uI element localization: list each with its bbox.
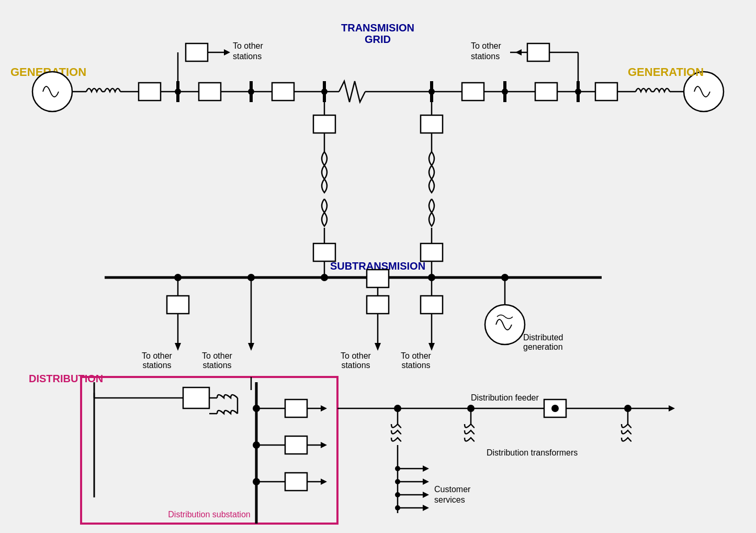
transmission-grid-label: TRANSMISION [341,22,414,34]
generation-label-right: GENERATION [628,65,704,79]
generator-left [32,72,72,112]
customer-services-label: Customer [434,485,471,494]
sub-out-box-2 [285,436,307,454]
to-other-stations-left-1: To other [142,351,172,360]
dist-gen-circle [485,305,525,345]
dot-feeder-3 [551,405,559,412]
to-other-stations-left-1b: stations [142,361,171,370]
dot-sub-3 [321,274,328,281]
box3-right [462,83,484,101]
to-other-stations-label-top-left2: stations [233,52,262,61]
box-up-right [527,43,549,61]
box1-right [595,83,617,101]
box-sub-middle [367,270,389,287]
distributed-gen-label: Distributed [523,333,563,342]
box2-right [535,83,557,101]
to-other-stations-label-top-right: To other [471,41,501,50]
to-other-stations-label-top-right2: stations [471,52,500,61]
box2-left [199,83,221,101]
box-step-left-1 [313,115,335,133]
distribution-substation-label: Distribution substation [168,510,250,519]
to-other-stations-right-1b: stations [401,361,430,370]
to-other-stations-right-1: To other [401,351,431,360]
distribution-transformers-label: Distribution transformers [487,448,578,457]
distributed-gen-label-2: generation [523,342,563,351]
to-other-label-left-sub: To other [202,351,232,360]
transmission-grid-label2: GRID [365,34,391,45]
to-other-stations-mid-b: stations [341,361,370,370]
box-step-right-1 [421,115,443,133]
box-step-left-2 [313,243,335,261]
to-other-label-left-sub-2: stations [202,361,231,370]
to-other-stations-mid: To other [341,351,371,360]
box-dist-right-1 [421,296,443,314]
box-dist-left-1 [167,296,189,314]
distribution-feeder-label: Distribution feeder [471,393,539,402]
box-step-right-2 [421,243,443,261]
customer-services-label-2: services [434,495,465,504]
box-up-left [186,43,208,61]
sub-out-box-3 [285,473,307,491]
sub-out-box-1 [285,399,307,417]
to-other-stations-label-top-left: To other [233,41,263,50]
box-dist-mid [367,296,389,314]
distribution-label: DISTRIBUTION [29,373,103,384]
box3-left [272,83,294,101]
box1-left [139,83,161,101]
sub-trans-box [183,387,209,408]
